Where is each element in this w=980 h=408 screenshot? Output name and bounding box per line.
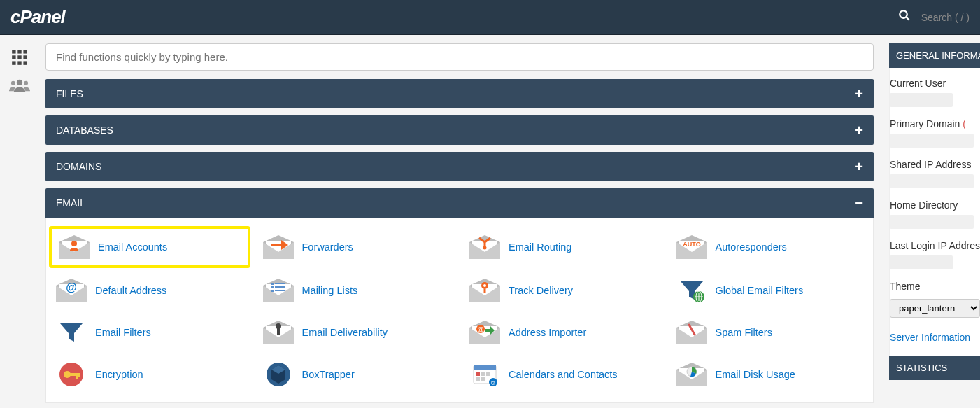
svg-rect-8 — [12, 61, 15, 64]
app-boxtrapper[interactable]: BoxTrapper — [253, 353, 460, 395]
svg-rect-41 — [481, 372, 485, 376]
app-calendars-contacts[interactable]: @ Calendars and Contacts — [460, 353, 667, 395]
theme-select[interactable]: paper_lantern — [890, 299, 980, 318]
app-label: Autoresponders — [716, 241, 787, 253]
left-nav — [0, 35, 38, 408]
statistics-header: STATISTICS — [889, 356, 980, 380]
app-email-accounts[interactable]: Email Accounts — [49, 226, 250, 268]
search-icon[interactable] — [898, 9, 911, 25]
svg-rect-43 — [476, 377, 480, 381]
svg-rect-44 — [481, 377, 485, 381]
svg-rect-9 — [17, 61, 21, 64]
top-bar: cPanel Search ( / ) — [0, 0, 980, 35]
forwarders-icon — [262, 233, 295, 261]
app-email-routing[interactable]: Email Routing — [460, 225, 667, 269]
primary-domain-value — [890, 134, 974, 148]
section-databases-title: DATABASES — [56, 125, 113, 136]
app-email-disk-usage[interactable]: Email Disk Usage — [667, 353, 874, 395]
app-spam-filters[interactable]: Spam Filters — [667, 311, 874, 353]
svg-rect-2 — [12, 50, 15, 53]
svg-rect-3 — [17, 50, 21, 53]
app-label: Track Delivery — [509, 285, 573, 296]
svg-text:@: @ — [490, 380, 495, 385]
svg-rect-35 — [76, 373, 78, 379]
app-label: Calendars and Contacts — [509, 369, 618, 380]
svg-rect-6 — [17, 55, 21, 59]
app-address-importer[interactable]: @ Address Importer — [460, 311, 667, 353]
svg-rect-39 — [474, 365, 496, 370]
section-email[interactable]: EMAIL − — [45, 188, 874, 218]
svg-rect-19 — [275, 283, 285, 284]
app-autoresponders[interactable]: AUTO Autoresponders — [667, 225, 874, 269]
app-email-deliverability[interactable]: Email Deliverability — [253, 311, 460, 353]
section-email-title: EMAIL — [56, 197, 85, 209]
users-icon[interactable] — [0, 71, 38, 99]
encryption-icon — [55, 360, 88, 388]
section-files-title: FILES — [56, 88, 83, 99]
main-content: FILES + DATABASES + DOMAINS + EMAIL − Em… — [38, 35, 882, 408]
mailing-lists-icon — [262, 276, 295, 304]
app-track-delivery[interactable]: Track Delivery — [460, 269, 667, 311]
expand-icon: + — [855, 123, 863, 137]
svg-rect-40 — [476, 372, 480, 376]
app-label: BoxTrapper — [302, 369, 355, 380]
top-search[interactable]: Search ( / ) — [898, 9, 970, 25]
app-encryption[interactable]: Encryption — [46, 353, 253, 395]
app-label: Email Accounts — [98, 241, 167, 253]
svg-line-1 — [906, 17, 909, 20]
email-deliverability-icon — [262, 318, 295, 346]
app-label: Email Disk Usage — [716, 369, 795, 380]
section-domains-title: DOMAINS — [56, 161, 101, 172]
email-section-body: Email Accounts Forwarders Email Routing … — [45, 218, 874, 403]
app-forwarders[interactable]: Forwarders — [253, 225, 460, 269]
current-user-value — [890, 93, 953, 107]
svg-rect-29 — [277, 328, 280, 335]
svg-point-13 — [24, 81, 28, 85]
svg-point-14 — [71, 241, 77, 246]
app-label: Encryption — [95, 369, 143, 380]
section-domains[interactable]: DOMAINS + — [45, 152, 874, 181]
address-importer-icon: @ — [468, 318, 502, 346]
app-label: Global Email Filters — [716, 285, 804, 296]
section-files[interactable]: FILES + — [45, 79, 874, 108]
svg-point-11 — [16, 80, 22, 85]
current-user-label: Current User — [890, 78, 980, 89]
svg-rect-5 — [12, 55, 15, 59]
calendars-contacts-icon: @ — [468, 360, 502, 388]
cpanel-logo[interactable]: cPanel — [10, 6, 65, 28]
autoresponders-icon: AUTO — [675, 233, 709, 261]
app-label: Email Routing — [509, 241, 571, 253]
collapse-icon: − — [855, 196, 863, 210]
function-search-input[interactable] — [45, 43, 874, 71]
server-info-link[interactable]: Server Information — [890, 325, 980, 350]
last-login-label: Last Login IP Address — [890, 240, 980, 251]
home-dir-label: Home Directory — [890, 199, 980, 211]
primary-domain-label: Primary Domain ( — [890, 118, 980, 129]
app-label: Default Address — [95, 285, 166, 296]
app-email-filters[interactable]: Email Filters — [46, 311, 253, 353]
svg-rect-4 — [23, 50, 27, 53]
apps-grid-icon[interactable] — [0, 43, 38, 71]
svg-rect-7 — [23, 55, 27, 59]
app-default-address[interactable]: @ Default Address — [46, 269, 253, 311]
right-panel: GENERAL INFORMATION Current User Primary… — [882, 35, 980, 408]
expand-icon: + — [855, 87, 863, 101]
svg-point-25 — [483, 284, 486, 287]
spam-filters-icon — [675, 318, 709, 346]
app-label: Forwarders — [302, 241, 353, 253]
svg-rect-21 — [275, 286, 285, 288]
general-info-header: GENERAL INFORMATION — [889, 43, 980, 68]
svg-point-12 — [10, 81, 15, 85]
app-mailing-lists[interactable]: Mailing Lists — [253, 269, 460, 311]
svg-rect-10 — [23, 61, 27, 64]
track-delivery-icon — [468, 276, 502, 304]
default-address-icon: @ — [55, 276, 88, 304]
svg-rect-34 — [70, 373, 80, 376]
svg-rect-20 — [271, 286, 274, 288]
last-login-value — [890, 255, 953, 269]
section-databases[interactable]: DATABASES + — [45, 115, 874, 145]
email-filters-icon — [55, 318, 88, 346]
app-global-email-filters[interactable]: Global Email Filters — [667, 269, 874, 311]
expand-icon: + — [855, 160, 863, 174]
svg-point-0 — [900, 10, 907, 18]
